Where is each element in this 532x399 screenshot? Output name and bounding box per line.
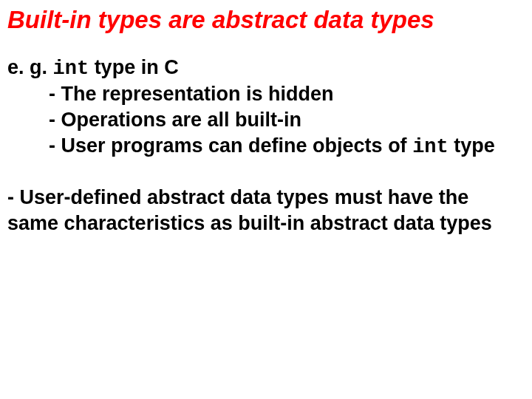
bullet-suffix: type: [449, 134, 495, 157]
example-lead-prefix: e. g.: [7, 56, 53, 78]
slide: Built-in types are abstract data types e…: [0, 0, 532, 399]
slide-title: Built-in types are abstract data types: [7, 6, 525, 34]
code-int: int: [412, 136, 449, 158]
example-lead-suffix: type in C: [89, 56, 179, 78]
code-int: int: [53, 58, 89, 80]
example-lead: e. g. int type in C: [7, 55, 525, 82]
example-bullets: - The representation is hidden - Operati…: [7, 81, 525, 160]
slide-body: e. g. int type in C - The representation…: [7, 55, 525, 236]
paragraph: - User-defined abstract data types must …: [7, 185, 525, 236]
bullet: - The representation is hidden: [49, 81, 525, 107]
bullet: - User programs can define objects of in…: [49, 133, 525, 160]
spacer: [7, 160, 525, 185]
bullet-text: - User programs can define objects of: [49, 134, 407, 157]
bullet: - Operations are all built-in: [49, 107, 525, 133]
